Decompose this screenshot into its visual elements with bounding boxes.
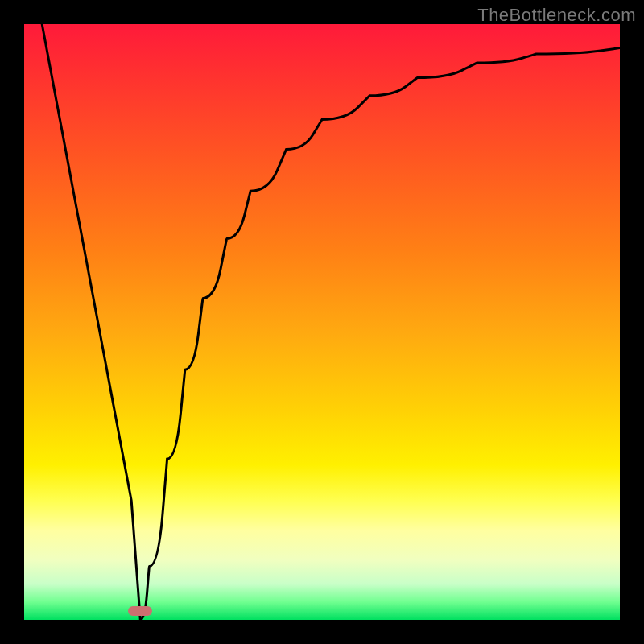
bottleneck-curve-path	[42, 24, 620, 620]
optimum-marker	[128, 606, 152, 616]
chart-plot-area	[24, 24, 620, 620]
watermark-text: TheBottleneck.com	[477, 5, 636, 26]
curve-svg	[24, 24, 620, 620]
